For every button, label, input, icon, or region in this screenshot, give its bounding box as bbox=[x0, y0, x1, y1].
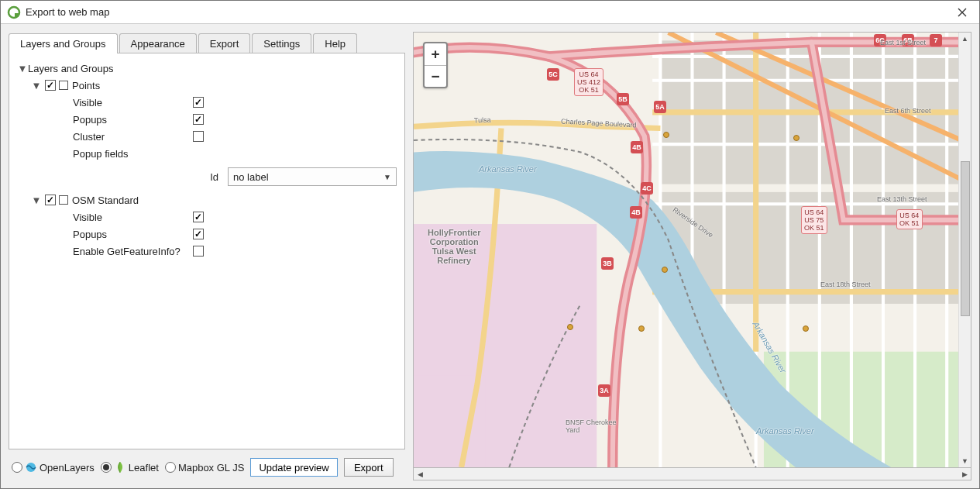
highway-shield: US 64 OK 51 bbox=[896, 209, 923, 229]
exit-badge: 4B bbox=[631, 141, 643, 153]
close-button[interactable] bbox=[951, 2, 973, 23]
radio-mapbox[interactable] bbox=[165, 462, 176, 473]
point-marker bbox=[567, 324, 573, 330]
popup-field-row: Id no label ▼ bbox=[17, 165, 397, 188]
dialog-body: Layers and Groups Appearance Export Sett… bbox=[1, 24, 979, 488]
tab-export[interactable]: Export bbox=[198, 33, 251, 53]
tree-root[interactable]: ▼ Layers and Groups bbox=[17, 60, 397, 77]
highway-shield: US 64 US 75 OK 51 bbox=[801, 206, 827, 234]
popups-checkbox[interactable] bbox=[193, 229, 204, 239]
field-label: Id bbox=[172, 171, 228, 183]
map-label: East 6th Street bbox=[885, 107, 931, 115]
tree-root-label: Layers and Groups bbox=[28, 63, 114, 74]
map-label: Arkansas River bbox=[756, 426, 814, 436]
point-marker bbox=[662, 267, 668, 273]
window-title: Export to web map bbox=[26, 6, 951, 18]
layer-row-points[interactable]: ▼ Points bbox=[17, 77, 397, 94]
cluster-checkbox[interactable] bbox=[193, 131, 204, 142]
option-getfeatureinfo: Enable GetFeatureInfo? bbox=[17, 243, 397, 260]
openlayers-icon bbox=[25, 461, 37, 474]
tab-bar: Layers and Groups Appearance Export Sett… bbox=[9, 32, 405, 53]
layers-tree-panel: ▼ Layers and Groups ▼ Points Visible Pop… bbox=[9, 53, 405, 449]
zoom-out-button[interactable]: − bbox=[425, 65, 446, 87]
exit-badge: 5B bbox=[617, 93, 629, 105]
caret-down-icon[interactable]: ▼ bbox=[17, 63, 28, 74]
point-marker bbox=[793, 135, 799, 141]
field-label-combo[interactable]: no label ▼ bbox=[228, 167, 397, 186]
popups-checkbox[interactable] bbox=[193, 114, 204, 125]
caret-down-icon[interactable]: ▼ bbox=[31, 80, 42, 91]
tab-help[interactable]: Help bbox=[313, 33, 357, 53]
scroll-up-icon[interactable]: ▲ bbox=[959, 33, 971, 45]
exit-badge: 4B bbox=[630, 206, 642, 219]
lib-leaflet[interactable]: Leaflet bbox=[101, 461, 159, 474]
option-popup-fields: Popup fields bbox=[17, 145, 397, 162]
exit-badge: 3A bbox=[598, 384, 610, 397]
lib-label: OpenLayers bbox=[40, 462, 95, 474]
scroll-right-icon[interactable]: ▶ bbox=[958, 469, 971, 480]
point-symbol-icon bbox=[59, 81, 68, 90]
caret-down-icon[interactable]: ▼ bbox=[31, 195, 42, 206]
radio-leaflet[interactable] bbox=[101, 462, 112, 473]
visible-checkbox[interactable] bbox=[193, 212, 204, 222]
map-canvas bbox=[414, 33, 971, 467]
scroll-thumb[interactable] bbox=[961, 161, 970, 316]
right-pane: + − US 64 US 412 OK 51US 64 US 75 OK 51U… bbox=[413, 32, 971, 480]
layer-name: Points bbox=[72, 80, 100, 91]
lib-label: Mapbox GL JS bbox=[178, 462, 245, 474]
lib-openlayers[interactable]: OpenLayers bbox=[12, 461, 95, 474]
export-button[interactable]: Export bbox=[344, 458, 394, 477]
map-label: East 13th Street bbox=[877, 195, 927, 203]
exit-badge: 5C bbox=[547, 68, 559, 81]
tab-layers-and-groups[interactable]: Layers and Groups bbox=[9, 33, 118, 53]
zoom-control: + − bbox=[423, 42, 448, 88]
bottom-bar: OpenLayers Leaflet Mapbox GL JS Update p… bbox=[9, 454, 405, 480]
lib-mapbox[interactable]: Mapbox GL JS bbox=[165, 462, 245, 474]
map-label: HollyFrontier Corporation Tulsa West Ref… bbox=[428, 228, 480, 265]
exit-badge: 5A bbox=[654, 101, 666, 113]
update-preview-button[interactable]: Update preview bbox=[250, 458, 337, 477]
chevron-down-icon: ▼ bbox=[383, 173, 391, 181]
option-popups: Popups bbox=[17, 226, 397, 243]
titlebar: Export to web map bbox=[1, 1, 979, 24]
tab-appearance[interactable]: Appearance bbox=[119, 33, 197, 53]
map-preview[interactable]: + − US 64 US 412 OK 51US 64 US 75 OK 51U… bbox=[413, 32, 971, 468]
map-label: East 1st Street bbox=[880, 39, 926, 46]
combo-value: no label bbox=[233, 171, 269, 183]
map-label: Arkansas River bbox=[479, 164, 537, 174]
point-marker bbox=[803, 325, 809, 332]
tab-settings[interactable]: Settings bbox=[252, 33, 311, 53]
exit-badge: 7 bbox=[930, 34, 942, 46]
layer-checkbox-points[interactable] bbox=[45, 80, 56, 91]
layer-name: OSM Standard bbox=[72, 195, 139, 206]
map-horizontal-scrollbar[interactable]: ◀ ▶ bbox=[413, 468, 971, 480]
option-cluster: Cluster bbox=[17, 128, 397, 145]
map-label: Tulsa bbox=[474, 116, 491, 125]
export-to-web-map-window: Export to web map Layers and Groups Appe… bbox=[0, 0, 980, 489]
option-visible: Visible bbox=[17, 208, 397, 226]
point-marker bbox=[638, 325, 645, 332]
exit-badge: 3B bbox=[601, 257, 614, 270]
radio-openlayers[interactable] bbox=[12, 462, 22, 473]
lib-label: Leaflet bbox=[129, 462, 159, 474]
highway-shield: US 64 US 412 OK 51 bbox=[574, 68, 603, 96]
option-popups: Popups bbox=[17, 111, 397, 128]
getfeatureinfo-checkbox[interactable] bbox=[193, 246, 204, 257]
left-pane: Layers and Groups Appearance Export Sett… bbox=[9, 32, 405, 480]
layer-checkbox-osm[interactable] bbox=[45, 195, 56, 205]
svg-rect-1 bbox=[15, 13, 19, 17]
qgis-icon bbox=[7, 5, 21, 19]
point-marker bbox=[663, 132, 669, 138]
map-label: BNSF Cherokee Yard bbox=[566, 418, 617, 434]
option-visible: Visible bbox=[17, 94, 397, 111]
scroll-down-icon[interactable]: ▼ bbox=[959, 455, 971, 467]
layer-row-osm-standard[interactable]: ▼ OSM Standard bbox=[17, 191, 397, 208]
exit-badge: 4C bbox=[641, 182, 653, 195]
zoom-in-button[interactable]: + bbox=[425, 43, 446, 65]
map-vertical-scrollbar[interactable]: ▲ ▼ bbox=[958, 33, 971, 467]
scroll-left-icon[interactable]: ◀ bbox=[414, 469, 426, 480]
leaflet-icon bbox=[114, 461, 126, 474]
visible-checkbox[interactable] bbox=[193, 97, 204, 108]
raster-symbol-icon bbox=[59, 195, 68, 205]
map-label: East 18th Street bbox=[820, 281, 871, 288]
